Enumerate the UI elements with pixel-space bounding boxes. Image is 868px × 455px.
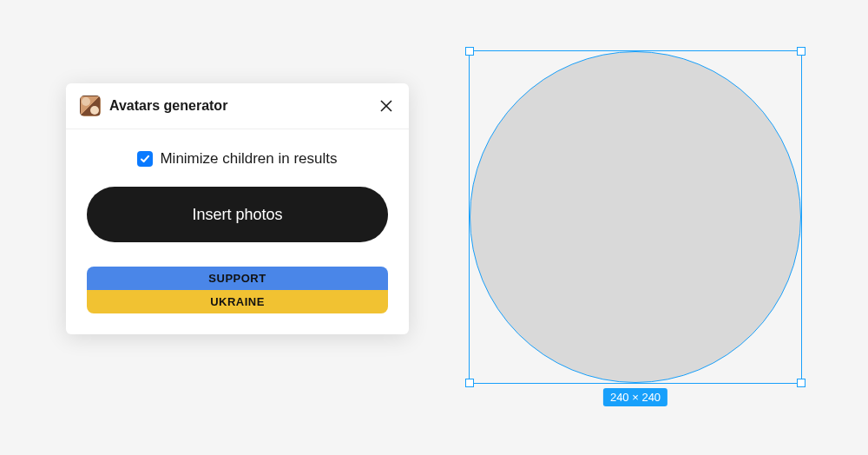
insert-photos-button[interactable]: Insert photos: [87, 187, 388, 242]
check-icon: [140, 154, 150, 164]
resize-handle-bottom-right[interactable]: [797, 379, 806, 387]
panel-title: Avatars generator: [109, 98, 378, 114]
checkbox-row: Minimize children in results: [87, 150, 388, 168]
banner-top-line: SUPPORT: [87, 267, 388, 290]
selection-box[interactable]: 240 × 240: [469, 50, 802, 384]
banner-bottom-line: UKRAINE: [87, 290, 388, 313]
close-button[interactable]: [378, 97, 395, 115]
size-badge: 240 × 240: [603, 388, 667, 406]
canvas-area: 240 × 240: [469, 50, 802, 384]
plugin-panel: Avatars generator Minimize children in r…: [66, 83, 409, 334]
plugin-icon: [80, 96, 101, 116]
resize-handle-bottom-left[interactable]: [465, 379, 474, 387]
panel-body: Minimize children in results Insert phot…: [66, 129, 409, 334]
close-icon: [379, 99, 393, 113]
support-ukraine-banner[interactable]: SUPPORT UKRAINE: [87, 267, 388, 313]
checkbox-label: Minimize children in results: [160, 150, 337, 168]
resize-handle-top-right[interactable]: [797, 47, 806, 56]
panel-header: Avatars generator: [66, 83, 409, 129]
resize-handle-top-left[interactable]: [465, 47, 474, 56]
insert-photos-label: Insert photos: [192, 206, 282, 224]
minimize-children-checkbox[interactable]: [137, 151, 153, 167]
selected-ellipse[interactable]: [470, 51, 801, 383]
